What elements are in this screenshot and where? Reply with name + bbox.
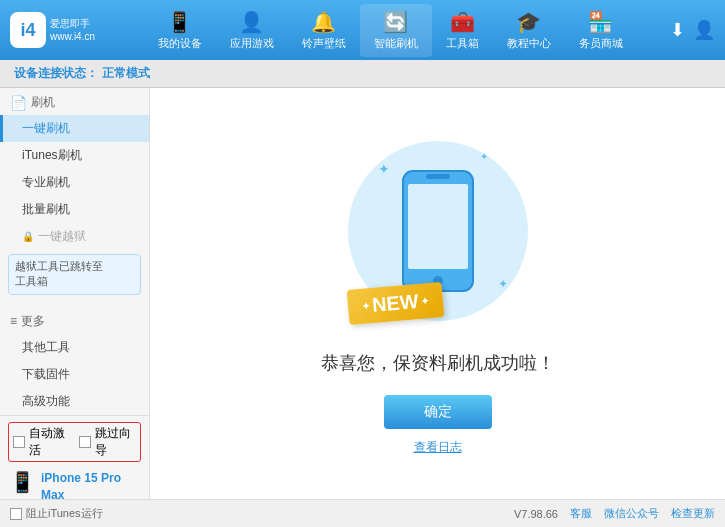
more-section-header: ≡ 更多 xyxy=(0,307,149,334)
logo-icon: i4 xyxy=(10,12,46,48)
sidebar: 📄 刷机 一键刷机 iTunes刷机 专业刷机 批量刷机 🔒 一键越狱 越狱工具… xyxy=(0,88,150,499)
device-name: iPhone 15 Pro Max xyxy=(41,470,139,499)
sparkle-1: ✦ xyxy=(378,161,390,177)
sidebar-item-jailbreak: 🔒 一键越狱 xyxy=(0,223,149,250)
toolbox-icon: 🧰 xyxy=(450,10,475,34)
sidebar-item-batch-flash[interactable]: 批量刷机 xyxy=(0,196,149,223)
more-section-icon: ≡ xyxy=(10,314,17,328)
nav-tab-smart-flash[interactable]: 🔄 智能刷机 xyxy=(360,4,432,57)
main-layout: 📄 刷机 一键刷机 iTunes刷机 专业刷机 批量刷机 🔒 一键越狱 越狱工具… xyxy=(0,88,725,499)
success-text: 恭喜您，保资料刷机成功啦！ xyxy=(321,351,555,375)
sparkle-2: ✦ xyxy=(480,151,488,162)
sidebar-item-advanced[interactable]: 高级功能 xyxy=(0,388,149,415)
sparkle-3: ✦ xyxy=(498,277,508,291)
sidebar-item-other-tools[interactable]: 其他工具 xyxy=(0,334,149,361)
flash-section-label: 刷机 xyxy=(31,94,55,111)
auto-activate-row: 自动激活 跳过向导 xyxy=(8,422,141,462)
device-section: 自动激活 跳过向导 📱 iPhone 15 Pro Max 512GB iPho… xyxy=(0,415,149,499)
guide-checkbox[interactable] xyxy=(79,436,91,448)
footer-link-wechat[interactable]: 微信公众号 xyxy=(604,506,659,521)
toolbar: 设备连接状态： 正常模式 xyxy=(0,60,725,88)
more-section-label: 更多 xyxy=(21,313,45,330)
header: i4 爱思即手 www.i4.cn 📱 我的设备 👤 应用游戏 🔔 铃声壁纸 🔄… xyxy=(0,0,725,60)
auto-activate-label: 自动激活 xyxy=(29,425,71,459)
service-icon: 🏪 xyxy=(588,10,613,34)
footer-right: V7.98.66 客服 微信公众号 检查更新 xyxy=(514,506,715,521)
footer-link-update[interactable]: 检查更新 xyxy=(671,506,715,521)
footer-left: 阻止iTunes运行 xyxy=(10,506,103,521)
device-phone-icon: 📱 xyxy=(10,470,35,494)
nav-tab-ringtone[interactable]: 🔔 铃声壁纸 xyxy=(288,4,360,57)
nav-tab-service[interactable]: 🏪 务员商城 xyxy=(565,4,637,57)
my-device-icon: 📱 xyxy=(167,10,192,34)
success-illustration: ✦ ✦ ✦ NEW xyxy=(338,131,538,331)
phone-svg xyxy=(398,166,478,296)
logo-text: 爱思即手 www.i4.cn xyxy=(50,17,95,43)
content-area: ✦ ✦ ✦ NEW 恭喜您，保资料刷机成功啦！ 确定 查看日志 xyxy=(150,88,725,499)
user-button[interactable]: 👤 xyxy=(693,19,715,41)
confirm-button[interactable]: 确定 xyxy=(384,395,492,429)
stop-itunes-checkbox[interactable] xyxy=(10,508,22,520)
app-games-icon: 👤 xyxy=(239,10,264,34)
sidebar-item-one-key-flash[interactable]: 一键刷机 xyxy=(0,115,149,142)
log-link[interactable]: 查看日志 xyxy=(414,439,462,456)
header-right: ⬇ 👤 xyxy=(670,19,715,41)
tutorial-icon: 🎓 xyxy=(516,10,541,34)
nav-tab-app-games[interactable]: 👤 应用游戏 xyxy=(216,4,288,57)
guide-label: 跳过向导 xyxy=(95,425,137,459)
svg-rect-2 xyxy=(426,174,450,179)
sidebar-notice: 越狱工具已跳转至 工具箱 xyxy=(8,254,141,295)
nav-tab-tutorial[interactable]: 🎓 教程中心 xyxy=(493,4,565,57)
device-item[interactable]: 📱 iPhone 15 Pro Max 512GB iPhone xyxy=(8,466,141,499)
download-button[interactable]: ⬇ xyxy=(670,19,685,41)
sidebar-item-download-firm[interactable]: 下载固件 xyxy=(0,361,149,388)
svg-rect-1 xyxy=(408,184,468,269)
stop-itunes-label: 阻止iTunes运行 xyxy=(26,506,103,521)
logo: i4 爱思即手 www.i4.cn xyxy=(10,12,110,48)
footer-link-service[interactable]: 客服 xyxy=(570,506,592,521)
sidebar-item-pro-flash[interactable]: 专业刷机 xyxy=(0,169,149,196)
nav-tab-my-device[interactable]: 📱 我的设备 xyxy=(144,4,216,57)
footer: 阻止iTunes运行 V7.98.66 客服 微信公众号 检查更新 xyxy=(0,499,725,527)
footer-version: V7.98.66 xyxy=(514,508,558,520)
smart-flash-icon: 🔄 xyxy=(383,10,408,34)
lock-icon: 🔒 xyxy=(22,231,34,242)
toolbar-prefix: 设备连接状态： xyxy=(14,65,98,82)
nav-tab-toolbox[interactable]: 🧰 工具箱 xyxy=(432,4,493,57)
flash-section-header: 📄 刷机 xyxy=(0,88,149,115)
sidebar-item-itunes-flash[interactable]: iTunes刷机 xyxy=(0,142,149,169)
flash-section-icon: 📄 xyxy=(10,95,27,111)
device-info: iPhone 15 Pro Max 512GB iPhone xyxy=(41,470,139,499)
ringtone-icon: 🔔 xyxy=(311,10,336,34)
auto-activate-checkbox[interactable] xyxy=(13,436,25,448)
toolbar-status: 正常模式 xyxy=(102,65,150,82)
nav-tabs: 📱 我的设备 👤 应用游戏 🔔 铃声壁纸 🔄 智能刷机 🧰 工具箱 🎓 教程中心… xyxy=(110,4,670,57)
